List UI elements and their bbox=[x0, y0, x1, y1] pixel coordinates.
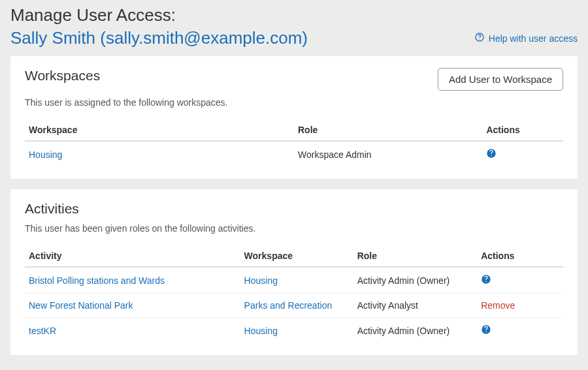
col-actions: Actions bbox=[477, 245, 563, 267]
col-workspace: Workspace bbox=[240, 245, 353, 267]
remove-link[interactable]: Remove bbox=[481, 300, 515, 311]
activity-link[interactable]: testKR bbox=[29, 326, 56, 336]
activities-card-header: Activities bbox=[25, 201, 563, 217]
workspace-link[interactable]: Housing bbox=[244, 326, 278, 336]
workspaces-card-header: Workspaces Add User to Workspace bbox=[25, 68, 563, 91]
col-actions: Actions bbox=[482, 119, 563, 141]
workspaces-card: Workspaces Add User to Workspace This us… bbox=[10, 56, 578, 179]
svg-point-1 bbox=[479, 39, 480, 40]
col-role: Role bbox=[353, 245, 478, 267]
add-user-to-workspace-button[interactable]: Add User to Workspace bbox=[438, 68, 563, 91]
role-cell: Workspace Admin bbox=[294, 141, 482, 167]
activity-link[interactable]: Bristol Polling stations and Wards bbox=[29, 275, 165, 286]
workspace-link[interactable]: Housing bbox=[244, 275, 278, 286]
activities-card: Activities This user has been given role… bbox=[10, 189, 578, 355]
user-link[interactable]: Sally Smith (sally.smith@example.com) bbox=[10, 28, 308, 48]
workspace-link[interactable]: Parks and Recreation bbox=[244, 300, 333, 311]
help-link-label: Help with user access bbox=[489, 33, 578, 44]
activities-table: Activity Workspace Role Actions Bristol … bbox=[25, 245, 563, 343]
help-with-user-access-link[interactable]: Help with user access bbox=[474, 32, 578, 44]
question-circle-icon[interactable] bbox=[481, 274, 491, 285]
table-row: testKRHousingActivity Admin (Owner) bbox=[25, 318, 563, 344]
table-row: HousingWorkspace Admin bbox=[25, 141, 563, 167]
col-workspace: Workspace bbox=[25, 119, 294, 141]
actions-cell bbox=[477, 318, 563, 344]
workspaces-table: Workspace Role Actions HousingWorkspace … bbox=[25, 119, 563, 167]
col-activity: Activity bbox=[25, 245, 240, 267]
workspaces-title: Workspaces bbox=[25, 68, 100, 84]
role-cell: Activity Admin (Owner) bbox=[353, 318, 478, 344]
question-circle-icon[interactable] bbox=[481, 324, 491, 335]
role-cell: Activity Admin (Owner) bbox=[353, 267, 478, 294]
page-title: Manage User Access: bbox=[10, 5, 578, 25]
table-row: New Forest National ParkParks and Recrea… bbox=[25, 294, 563, 318]
workspaces-description: This user is assigned to the following w… bbox=[25, 97, 563, 108]
activity-link[interactable]: New Forest National Park bbox=[29, 300, 133, 311]
workspace-link[interactable]: Housing bbox=[29, 149, 62, 160]
col-role: Role bbox=[294, 119, 482, 141]
user-row: Sally Smith (sally.smith@example.com) He… bbox=[10, 28, 578, 48]
table-row: Bristol Polling stations and WardsHousin… bbox=[25, 267, 563, 294]
activities-title: Activities bbox=[25, 201, 79, 217]
question-circle-icon[interactable] bbox=[486, 148, 497, 159]
actions-cell: Remove bbox=[477, 294, 563, 318]
role-cell: Activity Analyst bbox=[353, 294, 478, 318]
question-circle-icon bbox=[474, 32, 485, 44]
actions-cell bbox=[477, 267, 563, 294]
activities-description: This user has been given roles on the fo… bbox=[25, 223, 563, 234]
actions-cell bbox=[482, 141, 563, 167]
page-header: Manage User Access: Sally Smith (sally.s… bbox=[0, 0, 588, 56]
